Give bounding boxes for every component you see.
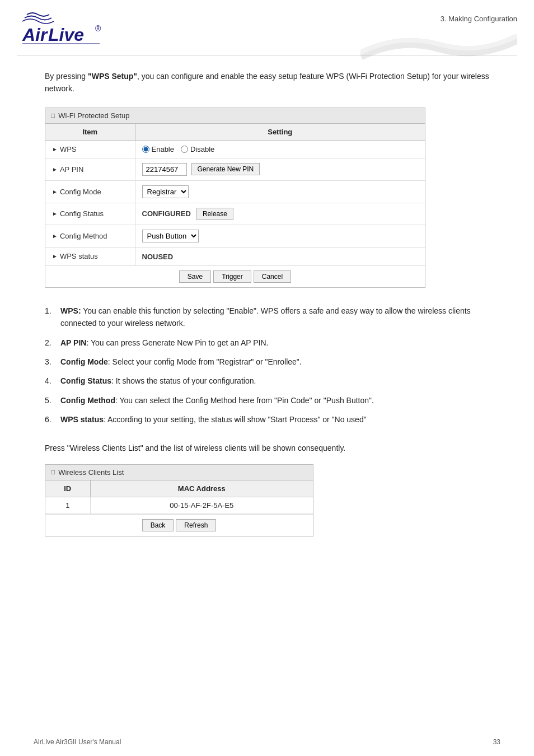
- list-bold-3: Config Mode: [60, 357, 108, 366]
- generate-pin-button[interactable]: Generate New PIN: [191, 163, 260, 175]
- trigger-button[interactable]: Trigger: [213, 270, 251, 283]
- list-number-6: 6.: [45, 413, 60, 426]
- row-setting-ap-pin: Generate New PIN: [135, 158, 425, 180]
- table-row: ► Config Method Push Button Pin Code: [45, 225, 425, 247]
- config-status-label: Config Status: [60, 209, 104, 218]
- table-row: ► Config Status CONFIGURED Release: [45, 203, 425, 225]
- wps-status-value: NOUSED: [142, 253, 174, 261]
- configured-value: CONFIGURED: [142, 209, 191, 218]
- logo-svg: Air Live ®: [17, 10, 106, 49]
- wireless-table-title-bar: □ Wireless Clients List: [45, 465, 313, 480]
- deco-wave: [360, 33, 517, 61]
- col-mac-header: MAC Address: [90, 480, 313, 497]
- arrow-icon-wps-status: ►: [52, 253, 58, 259]
- footer-left: AirLive Air3GII User's Manual: [34, 738, 121, 746]
- list-content-2: AP PIN: You can press Generate New Pin t…: [60, 337, 269, 349]
- row-label-ap-pin: ► AP PIN: [45, 158, 135, 180]
- arrow-icon-ap-pin: ►: [52, 166, 58, 172]
- ap-pin-label: AP PIN: [60, 165, 83, 174]
- wps-disable-text: Disable: [190, 145, 214, 153]
- config-method-label: Config Method: [60, 232, 107, 240]
- row-label-wps: ► WPS: [45, 140, 135, 158]
- table-row: ► WPS status NOUSED: [45, 247, 425, 265]
- wps-enable-text: Enable: [152, 145, 174, 153]
- arrow-icon-wps: ►: [52, 146, 58, 152]
- wps-table-title: Wi-Fi Protected Setup: [58, 111, 129, 120]
- list-bold-2: AP PIN: [60, 338, 86, 347]
- row-setting-wps-status: NOUSED: [135, 247, 425, 265]
- row-setting-config-method: Push Button Pin Code: [135, 225, 425, 247]
- list-item: 4. Config Status: It shows the status of…: [45, 375, 500, 387]
- header-divider: [17, 55, 517, 55]
- wps-table-icon: □: [51, 111, 55, 119]
- wps-action-row: Save Trigger Cancel: [45, 265, 425, 287]
- logo-area: Air Live ®: [17, 10, 106, 49]
- wireless-table-title: Wireless Clients List: [58, 468, 124, 477]
- config-mode-label: Config Mode: [60, 188, 101, 196]
- refresh-button[interactable]: Refresh: [176, 519, 216, 531]
- wireless-action-row: Back Refresh: [45, 514, 313, 536]
- arrow-icon-config-method: ►: [52, 233, 58, 239]
- wireless-table-icon: □: [51, 468, 55, 476]
- list-number-5: 5.: [45, 394, 60, 407]
- list-content-4: Config Status: It shows the status of yo…: [60, 375, 256, 387]
- wps-settings-table: Item Setting ► WPS: [45, 124, 425, 265]
- wps-table-title-bar: □ Wi-Fi Protected Setup: [45, 108, 425, 124]
- intro-bold: "WPS Setup": [88, 72, 137, 81]
- footer: AirLive Air3GII User's Manual 33: [0, 738, 534, 746]
- wps-disable-radio[interactable]: [181, 146, 188, 153]
- back-button[interactable]: Back: [142, 519, 174, 531]
- row-setting-wps: Enable Disable: [135, 140, 425, 158]
- table-row: ► WPS Enable Disable: [45, 140, 425, 158]
- list-item: 6. WPS status: According to your setting…: [45, 413, 500, 426]
- row-label-wps-status: ► WPS status: [45, 247, 135, 265]
- ap-pin-input[interactable]: [142, 163, 187, 176]
- wps-radio-group: Enable Disable: [142, 145, 419, 153]
- list-number-3: 3.: [45, 356, 60, 368]
- arrow-icon-config-mode: ►: [52, 189, 58, 195]
- row-setting-config-status: CONFIGURED Release: [135, 203, 425, 225]
- main-content: By pressing "WPS Setup", you can configu…: [0, 59, 534, 564]
- list-number-4: 4.: [45, 375, 60, 387]
- list-item: 2. AP PIN: You can press Generate New Pi…: [45, 337, 500, 349]
- list-bold-5: Config Method: [60, 396, 115, 405]
- list-content-3: Config Mode: Select your config Mode fro…: [60, 356, 302, 368]
- list-bold-4: Config Status: [60, 376, 111, 385]
- svg-text:Air: Air: [22, 25, 48, 45]
- table-row: 1 00-15-AF-2F-5A-E5: [45, 497, 313, 514]
- col-id-header: ID: [45, 480, 90, 497]
- config-method-select[interactable]: Push Button Pin Code: [142, 230, 199, 242]
- save-button[interactable]: Save: [179, 270, 211, 283]
- arrow-icon-config-status: ►: [52, 211, 58, 217]
- wps-enable-radio[interactable]: [142, 146, 149, 153]
- svg-text:Live: Live: [48, 25, 84, 45]
- wps-disable-label[interactable]: Disable: [181, 145, 214, 153]
- list-item: 5. Config Method: You can select the Con…: [45, 394, 500, 407]
- breadcrumb: 3. Making Configuration: [441, 10, 517, 23]
- wps-status-label: WPS status: [60, 252, 98, 260]
- table-row: ► AP PIN Generate New PIN: [45, 158, 425, 180]
- col-item-header: Item: [45, 124, 135, 141]
- row-setting-config-mode: Registrar Enrollee: [135, 180, 425, 203]
- intro-paragraph: By pressing "WPS Setup", you can configu…: [45, 70, 500, 95]
- list-number-1: 1.: [45, 305, 60, 317]
- wps-enable-label[interactable]: Enable: [142, 145, 174, 153]
- row-label-config-status: ► Config Status: [45, 203, 135, 225]
- col-setting-header: Setting: [135, 124, 425, 141]
- client-id: 1: [45, 497, 90, 514]
- press-text: Press "Wireless Clients List" and the li…: [45, 442, 500, 454]
- list-number-2: 2.: [45, 337, 60, 349]
- config-mode-select[interactable]: Registrar Enrollee: [142, 185, 189, 198]
- list-bold-1: WPS:: [60, 306, 81, 315]
- client-mac: 00-15-AF-2F-5A-E5: [90, 497, 313, 514]
- row-label-config-mode: ► Config Mode: [45, 180, 135, 203]
- release-button[interactable]: Release: [196, 208, 233, 220]
- cancel-button[interactable]: Cancel: [254, 270, 291, 283]
- list-item: 3. Config Mode: Select your config Mode …: [45, 356, 500, 368]
- wireless-clients-data-table: ID MAC Address 1 00-15-AF-2F-5A-E5: [45, 480, 313, 514]
- footer-right: 33: [493, 738, 500, 746]
- row-label-config-method: ► Config Method: [45, 225, 135, 247]
- list-bold-6: WPS status: [60, 415, 104, 424]
- list-item: 1. WPS: You can enable this function by …: [45, 305, 500, 330]
- config-status-row: CONFIGURED Release: [142, 208, 419, 220]
